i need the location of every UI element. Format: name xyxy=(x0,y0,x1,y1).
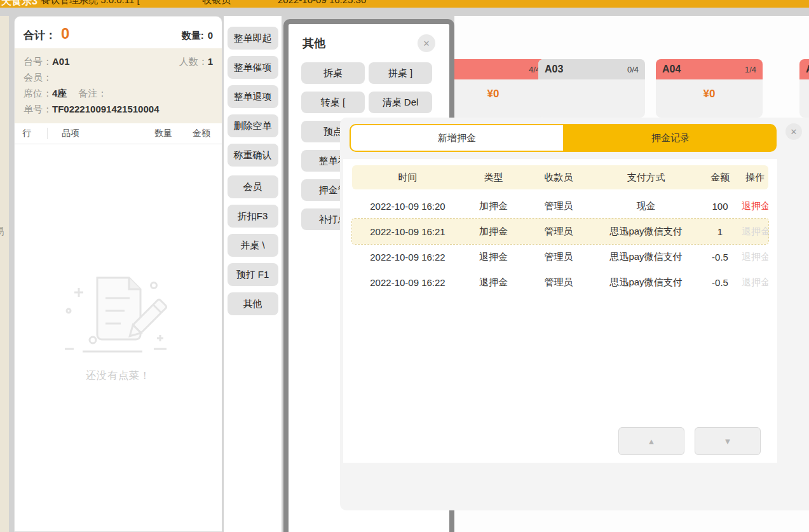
guests-label: 人数： xyxy=(179,53,208,69)
deposit-record-row[interactable]: 2022-10-09 16:21 加押金 管理员 思迅pay微信支付 1 退押金 xyxy=(352,219,768,244)
table-no-value: A01 xyxy=(52,53,70,69)
quantity-value: 0 xyxy=(208,30,213,41)
tab-add-deposit[interactable]: 新增押金 xyxy=(350,124,564,152)
table-card-a03[interactable]: A03 0/4 xyxy=(538,59,645,118)
table-occupancy: 0/4 xyxy=(627,65,639,74)
deposit-record-row[interactable]: 2022-10-09 16:22 退押金 管理员 思迅pay微信支付 -0.5 … xyxy=(352,244,768,269)
record-time: 2022-10-09 16:21 xyxy=(352,226,463,237)
whole-order-rush-button[interactable]: 整单催项 xyxy=(228,56,278,79)
col-action: 操作 xyxy=(742,172,768,184)
refund-deposit-button-disabled: 退押金 xyxy=(742,226,768,238)
others-dialog-close-button[interactable]: ✕ xyxy=(418,34,435,52)
transfer-table-button[interactable]: 转桌 [ xyxy=(301,92,365,113)
record-payment: 思迅pay微信支付 xyxy=(594,276,698,289)
refund-deposit-button[interactable]: 退押金 xyxy=(742,200,768,212)
deposit-record-row[interactable]: 2022-10-09 16:22 退押金 管理员 思迅pay微信支付 -0.5 … xyxy=(352,269,768,295)
deposit-tabs: 新增押金 押金记录 xyxy=(350,124,777,152)
record-amount: -0.5 xyxy=(698,252,742,263)
whole-order-return-button[interactable]: 整单退项 xyxy=(228,85,278,108)
clear-table-button[interactable]: 清桌 Del xyxy=(369,92,432,113)
order-panel: 合计： 0 数量: 0 台号： A01 人数： 1 会员： 席位： 4座 备注 xyxy=(14,16,222,532)
merge-table-button[interactable]: 并桌 \ xyxy=(228,234,278,257)
seats-label: 席位： xyxy=(24,85,52,101)
page-down-button[interactable]: ▼ xyxy=(695,427,761,455)
record-cashier: 管理员 xyxy=(524,226,594,238)
col-line: 行 xyxy=(15,128,48,139)
seats-value: 4座 xyxy=(52,85,67,101)
pre-print-button[interactable]: 预打 F1 xyxy=(228,263,278,286)
pos-app-window: 天食乐3 餐饮管理系统 5.0.0.11 [ 收银员 2022-10-09 16… xyxy=(0,0,809,532)
col-cashier: 收款员 xyxy=(524,172,594,184)
record-amount: -0.5 xyxy=(698,277,742,288)
empty-order-icon xyxy=(61,268,175,363)
order-actions-panel: 整单即起 整单催项 整单退项 删除空单 称重确认 会员 折扣F3 并桌 \ 预打… xyxy=(224,16,282,532)
record-amount: 100 xyxy=(698,201,742,212)
note-label: 备注： xyxy=(78,85,107,101)
record-amount: 1 xyxy=(698,226,742,237)
refund-deposit-button-disabled: 退押金 xyxy=(742,276,768,289)
page-up-button[interactable]: ▲ xyxy=(618,427,684,455)
col-qty: 数量 xyxy=(146,128,181,139)
col-amount: 金额 xyxy=(181,128,222,139)
operator-label: 收银员 xyxy=(202,0,231,6)
table-no-label: 台号： xyxy=(24,53,52,69)
table-card-header: A xyxy=(799,59,809,79)
order-list-header: 行 品项 数量 金额 xyxy=(15,123,222,144)
down-arrow-icon: ▼ xyxy=(724,437,732,446)
quantity-label: 数量: xyxy=(182,30,204,42)
left-background-strip: 易 xyxy=(0,16,9,532)
others-button[interactable]: 其他 xyxy=(228,292,278,315)
bill-no-value: TF022210091421510004 xyxy=(52,101,160,117)
table-card-header: A03 0/4 xyxy=(538,59,645,79)
order-info: 台号： A01 人数： 1 会员： 席位： 4座 备注： 单号： TF02221… xyxy=(15,48,222,123)
record-type: 加押金 xyxy=(463,226,524,238)
total-value: 0 xyxy=(61,25,69,43)
col-amount: 金额 xyxy=(698,172,742,184)
table-card-partial[interactable]: A xyxy=(799,59,809,118)
split-table-button[interactable]: 拆桌 xyxy=(301,62,365,84)
table-occupancy: 1/4 xyxy=(745,65,756,74)
record-type: 退押金 xyxy=(463,276,524,289)
weigh-confirm-button[interactable]: 称重确认 xyxy=(228,144,278,167)
table-amount: ¥0 xyxy=(656,88,763,100)
guests-value: 1 xyxy=(208,53,213,69)
member-label: 会员： xyxy=(24,69,52,85)
record-cashier: 管理员 xyxy=(524,251,594,263)
up-arrow-icon: ▲ xyxy=(648,437,656,446)
record-payment: 思迅pay微信支付 xyxy=(594,251,698,263)
table-card[interactable]: 4/4 ¥0 xyxy=(440,59,547,118)
order-totals: 合计： 0 数量: 0 xyxy=(15,17,222,48)
discount-button[interactable]: 折扣F3 xyxy=(228,205,278,228)
delete-empty-order-button[interactable]: 删除空单 xyxy=(228,114,278,137)
deposit-dialog: 新增押金 押金记录 ✕ 时间 类型 收款员 支付方式 金额 操作 2022-10… xyxy=(340,118,809,510)
record-payment: 现金 xyxy=(594,200,698,212)
whole-order-serve-button[interactable]: 整单即起 xyxy=(228,27,278,50)
col-item: 品项 xyxy=(48,128,146,139)
record-time: 2022-10-09 16:22 xyxy=(352,252,463,263)
table-card-a04[interactable]: A04 1/4 ¥0 xyxy=(656,59,763,118)
close-icon: ✕ xyxy=(423,39,430,48)
join-table-button[interactable]: 拼桌 ] xyxy=(369,62,432,84)
tab-deposit-records[interactable]: 押金记录 xyxy=(564,124,777,152)
member-button[interactable]: 会员 xyxy=(228,175,278,198)
total-label: 合计： xyxy=(24,28,56,43)
deposit-records-card: 时间 类型 收款员 支付方式 金额 操作 2022-10-09 16:20 加押… xyxy=(343,159,777,463)
record-time: 2022-10-09 16:20 xyxy=(352,201,463,212)
deposit-record-row[interactable]: 2022-10-09 16:20 加押金 管理员 现金 100 退押金 xyxy=(352,193,768,219)
datetime-label: 2022-10-09 16:25:30 xyxy=(278,0,366,5)
table-name: A04 xyxy=(662,64,681,75)
deposit-dialog-close-button[interactable]: ✕ xyxy=(785,123,802,140)
table-name: A xyxy=(806,64,809,75)
partial-sidebar-text: 易 xyxy=(0,226,4,238)
record-time: 2022-10-09 16:22 xyxy=(352,277,463,288)
empty-order-state: 还没有点菜！ xyxy=(15,268,222,383)
refund-deposit-button-disabled: 退押金 xyxy=(742,251,768,263)
close-icon: ✕ xyxy=(791,127,798,137)
deposit-table-header: 时间 类型 收款员 支付方式 金额 操作 xyxy=(352,165,768,189)
table-amount: ¥0 xyxy=(440,88,547,100)
deposit-pagination: ▲ ▼ xyxy=(618,427,761,455)
table-name: A03 xyxy=(545,64,563,75)
empty-order-text: 还没有点菜！ xyxy=(15,369,222,383)
record-payment: 思迅pay微信支付 xyxy=(594,226,698,238)
record-cashier: 管理员 xyxy=(524,276,594,289)
